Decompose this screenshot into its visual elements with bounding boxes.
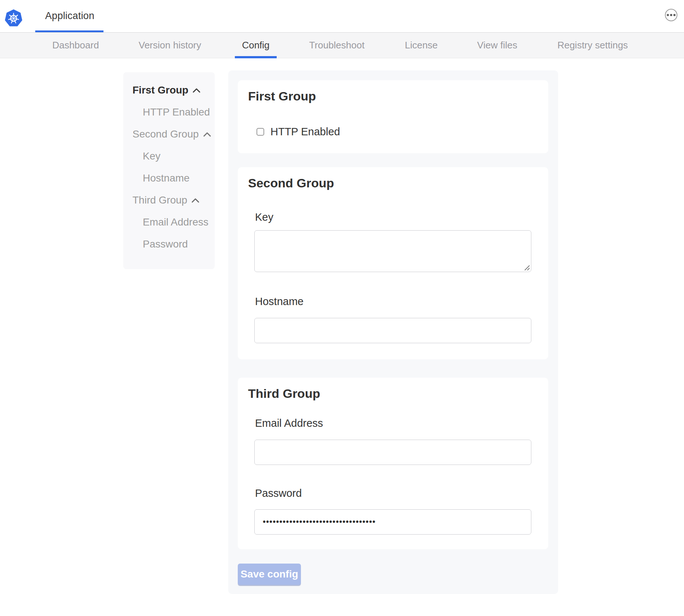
chevron-up-icon xyxy=(203,132,211,137)
http-enabled-field: HTTP Enabled xyxy=(256,126,340,138)
http-enabled-checkbox[interactable] xyxy=(256,128,264,136)
sidebar-group-third-group[interactable]: Third Group xyxy=(123,189,215,211)
config-group-second-group: Second Group Key Hostname xyxy=(238,167,548,359)
group-title: Second Group xyxy=(248,176,334,190)
email-address-label: Email Address xyxy=(255,417,323,429)
app-title-active-indicator xyxy=(35,30,103,32)
password-label: Password xyxy=(255,487,302,499)
key-textarea[interactable] xyxy=(254,230,531,272)
app-tabbar: Dashboard Version history Config Trouble… xyxy=(0,33,684,58)
sidebar-group-second-group[interactable]: Second Group xyxy=(123,123,215,145)
group-title: Third Group xyxy=(248,386,320,401)
save-config-button[interactable]: Save config xyxy=(238,564,301,585)
http-enabled-label: HTTP Enabled xyxy=(270,126,340,138)
sidebar-group-first-group[interactable]: First Group xyxy=(123,79,215,101)
sidebar-item-email-address[interactable]: Email Address xyxy=(123,211,215,233)
config-nav-sidebar: First Group HTTP Enabled Second Group Ke… xyxy=(123,72,215,269)
sidebar-group-label: Second Group xyxy=(132,128,199,140)
group-title: First Group xyxy=(248,89,316,103)
tab-config-active-indicator xyxy=(235,56,277,58)
config-group-third-group: Third Group Email Address Password xyxy=(238,378,548,549)
password-input[interactable] xyxy=(254,509,531,535)
config-group-first-group: First Group HTTP Enabled xyxy=(238,80,548,153)
key-label: Key xyxy=(255,211,273,223)
sidebar-item-password[interactable]: Password xyxy=(123,233,215,255)
tab-license[interactable]: License xyxy=(405,33,438,58)
ellipsis-menu-button[interactable] xyxy=(665,9,677,21)
kubernetes-logo-icon xyxy=(4,8,23,28)
app-title: Application xyxy=(45,10,94,22)
sidebar-group-label: Third Group xyxy=(132,194,187,206)
chevron-up-icon xyxy=(193,88,200,93)
ellipsis-icon xyxy=(667,14,669,16)
tab-config[interactable]: Config xyxy=(242,33,269,58)
email-address-input[interactable] xyxy=(254,440,531,465)
sidebar-item-key[interactable]: Key xyxy=(123,145,215,167)
app-header: Application xyxy=(0,0,684,33)
config-panel: First Group HTTP Enabled Second Group Ke… xyxy=(228,70,558,594)
sidebar-group-label: First Group xyxy=(132,84,188,96)
sidebar-item-http-enabled[interactable]: HTTP Enabled xyxy=(123,101,215,123)
tab-view-files[interactable]: View files xyxy=(477,33,517,58)
tab-version-history[interactable]: Version history xyxy=(139,33,201,58)
tab-dashboard[interactable]: Dashboard xyxy=(52,33,99,58)
hostname-input[interactable] xyxy=(254,318,531,343)
sidebar-item-hostname[interactable]: Hostname xyxy=(123,167,215,189)
chevron-up-icon xyxy=(192,198,199,203)
tab-troubleshoot[interactable]: Troubleshoot xyxy=(309,33,365,58)
hostname-label: Hostname xyxy=(255,296,303,308)
tab-registry-settings[interactable]: Registry settings xyxy=(557,33,628,58)
